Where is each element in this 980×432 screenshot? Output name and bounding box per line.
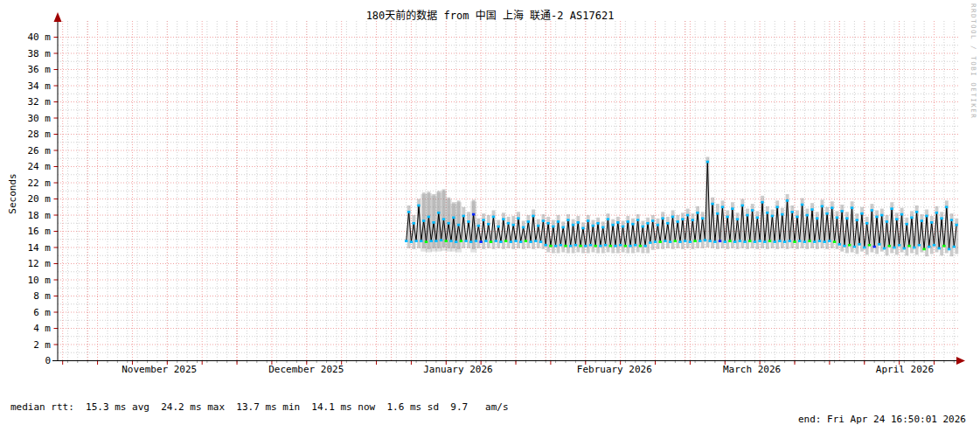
loss-dot [838, 243, 841, 246]
loss-dot [592, 225, 594, 227]
loss-dot [706, 161, 709, 164]
x-month-label: November 2025 [122, 364, 197, 375]
loss-dot [761, 201, 763, 204]
loss-dot [696, 212, 699, 214]
y-tick-label: 28 m [28, 129, 52, 140]
loss-dot [561, 226, 564, 229]
loss-dot [708, 240, 711, 242]
loss-dot [560, 244, 562, 247]
loss-dot [955, 224, 957, 226]
loss-dot [674, 240, 677, 242]
loss-dot [930, 221, 933, 224]
loss-dot [557, 220, 560, 223]
y-tick-label: 22 m [28, 178, 52, 189]
loss-dot [783, 240, 786, 243]
y-tick-label: 2 m [33, 339, 51, 351]
loss-dot [549, 245, 552, 247]
loss-dot [878, 243, 880, 246]
loss-dot [616, 221, 619, 224]
loss-dot [736, 218, 739, 220]
loss-dot [552, 226, 554, 228]
loss-dot [816, 217, 818, 219]
loss-dot [599, 245, 601, 247]
loss-dot [886, 220, 888, 223]
loss-dot [427, 216, 430, 219]
loss-dot [895, 218, 898, 220]
loss-dot [437, 212, 440, 214]
loss-dot [833, 240, 836, 243]
loss-dot [781, 213, 783, 216]
loss-dot [546, 222, 549, 225]
loss-dot [751, 209, 754, 212]
loss-dot [863, 247, 865, 249]
loss-dot [492, 216, 495, 219]
loss-dot [778, 240, 781, 242]
loss-dot [836, 216, 838, 219]
y-tick-label: 20 m [28, 193, 52, 205]
loss-dot [713, 240, 716, 243]
loss-dot [407, 211, 410, 213]
loss-dot [938, 247, 941, 250]
loss-dot [420, 240, 422, 242]
loss-dot [758, 240, 761, 242]
loss-dot [768, 240, 771, 242]
loss-dot [577, 221, 580, 224]
loss-dot [790, 211, 793, 213]
loss-dot [821, 206, 824, 208]
loss-dot [484, 240, 487, 242]
loss-dot [622, 226, 624, 228]
loss-dot [642, 226, 644, 228]
loss-dot [766, 212, 768, 214]
y-tick-label: 4 m [33, 323, 51, 334]
loss-dot [945, 206, 948, 208]
loss-dot [449, 240, 452, 242]
loss-dot [651, 219, 654, 222]
loss-dot [689, 240, 692, 243]
loss-dot [410, 240, 413, 243]
loss-dot [743, 240, 746, 243]
loss-dot [534, 240, 537, 242]
loss-dot [910, 216, 913, 219]
loss-dot [517, 217, 519, 219]
loss-dot [940, 217, 942, 219]
loss-dot [699, 240, 701, 242]
loss-dot [686, 214, 689, 217]
loss-dot [619, 244, 622, 247]
loss-dot [594, 245, 596, 247]
loss-dot [704, 239, 706, 241]
loss-dot [681, 218, 684, 220]
loss-dot [631, 223, 634, 226]
loss-dot [554, 245, 557, 247]
loss-dot [452, 216, 455, 219]
loss-dot [728, 240, 731, 242]
loss-dot [440, 239, 442, 241]
x-month-label: April 2026 [876, 364, 934, 375]
loss-dot [671, 216, 674, 219]
y-tick-label: 14 m [28, 242, 52, 254]
loss-dot [853, 246, 856, 248]
loss-dot [693, 240, 696, 242]
loss-dot [607, 218, 609, 220]
loss-dot [542, 219, 545, 222]
y-tick-label: 24 m [28, 161, 52, 172]
loss-dot [507, 222, 510, 225]
loss-dot [900, 213, 903, 216]
loss-dot [701, 217, 704, 219]
loss-dot [786, 199, 789, 202]
graph-legend: median rtt: 15.3 ms avg 24.2 ms max 13.7… [10, 377, 509, 432]
loss-dot [649, 241, 651, 244]
y-tick-label: 26 m [28, 145, 52, 157]
loss-dot [624, 245, 627, 247]
loss-dot [871, 209, 873, 212]
end-timestamp: end: Fri Apr 24 16:50:01 2026 [798, 414, 966, 425]
x-month-label: March 2026 [723, 364, 781, 375]
loss-dot [868, 244, 871, 247]
loss-dot [907, 245, 910, 247]
loss-dot [487, 223, 490, 226]
median-rtt-stats: median rtt: 15.3 ms avg 24.2 ms max 13.7… [10, 401, 509, 414]
loss-dot [596, 222, 599, 225]
loss-dot [739, 240, 741, 242]
loss-dot [497, 226, 499, 228]
loss-dot [587, 219, 589, 222]
loss-dot [840, 210, 843, 213]
